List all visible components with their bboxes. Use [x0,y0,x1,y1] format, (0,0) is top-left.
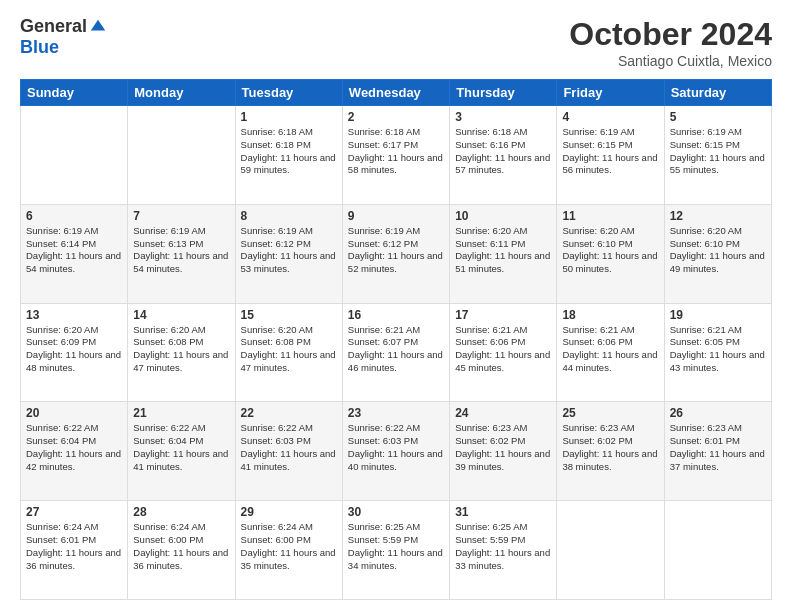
col-friday: Friday [557,80,664,106]
cell-info: Sunrise: 6:22 AM Sunset: 6:04 PM Dayligh… [133,422,229,473]
day-number: 17 [455,308,551,322]
cell-info: Sunrise: 6:23 AM Sunset: 6:02 PM Dayligh… [455,422,551,473]
header: General Blue October 2024 Santiago Cuixt… [20,16,772,69]
table-row: 5Sunrise: 6:19 AM Sunset: 6:15 PM Daylig… [664,106,771,205]
day-number: 12 [670,209,766,223]
table-row: 27Sunrise: 6:24 AM Sunset: 6:01 PM Dayli… [21,501,128,600]
table-row: 4Sunrise: 6:19 AM Sunset: 6:15 PM Daylig… [557,106,664,205]
day-number: 28 [133,505,229,519]
table-row: 12Sunrise: 6:20 AM Sunset: 6:10 PM Dayli… [664,204,771,303]
calendar-week-row: 6Sunrise: 6:19 AM Sunset: 6:14 PM Daylig… [21,204,772,303]
day-number: 31 [455,505,551,519]
table-row: 19Sunrise: 6:21 AM Sunset: 6:05 PM Dayli… [664,303,771,402]
cell-info: Sunrise: 6:20 AM Sunset: 6:10 PM Dayligh… [562,225,658,276]
table-row: 17Sunrise: 6:21 AM Sunset: 6:06 PM Dayli… [450,303,557,402]
cell-info: Sunrise: 6:23 AM Sunset: 6:02 PM Dayligh… [562,422,658,473]
col-thursday: Thursday [450,80,557,106]
month-title: October 2024 [569,16,772,53]
table-row: 15Sunrise: 6:20 AM Sunset: 6:08 PM Dayli… [235,303,342,402]
table-row: 29Sunrise: 6:24 AM Sunset: 6:00 PM Dayli… [235,501,342,600]
table-row: 26Sunrise: 6:23 AM Sunset: 6:01 PM Dayli… [664,402,771,501]
cell-info: Sunrise: 6:25 AM Sunset: 5:59 PM Dayligh… [348,521,444,572]
cell-info: Sunrise: 6:21 AM Sunset: 6:07 PM Dayligh… [348,324,444,375]
day-number: 16 [348,308,444,322]
location-subtitle: Santiago Cuixtla, Mexico [569,53,772,69]
table-row: 10Sunrise: 6:20 AM Sunset: 6:11 PM Dayli… [450,204,557,303]
day-number: 6 [26,209,122,223]
col-wednesday: Wednesday [342,80,449,106]
logo-icon [89,18,107,36]
calendar-week-row: 13Sunrise: 6:20 AM Sunset: 6:09 PM Dayli… [21,303,772,402]
day-number: 18 [562,308,658,322]
day-number: 13 [26,308,122,322]
table-row: 28Sunrise: 6:24 AM Sunset: 6:00 PM Dayli… [128,501,235,600]
table-row [128,106,235,205]
table-row: 20Sunrise: 6:22 AM Sunset: 6:04 PM Dayli… [21,402,128,501]
cell-info: Sunrise: 6:22 AM Sunset: 6:04 PM Dayligh… [26,422,122,473]
table-row [21,106,128,205]
day-number: 8 [241,209,337,223]
day-number: 5 [670,110,766,124]
cell-info: Sunrise: 6:23 AM Sunset: 6:01 PM Dayligh… [670,422,766,473]
table-row: 14Sunrise: 6:20 AM Sunset: 6:08 PM Dayli… [128,303,235,402]
col-sunday: Sunday [21,80,128,106]
day-number: 15 [241,308,337,322]
day-number: 4 [562,110,658,124]
cell-info: Sunrise: 6:19 AM Sunset: 6:12 PM Dayligh… [348,225,444,276]
table-row [557,501,664,600]
day-number: 27 [26,505,122,519]
cell-info: Sunrise: 6:20 AM Sunset: 6:09 PM Dayligh… [26,324,122,375]
day-number: 2 [348,110,444,124]
cell-info: Sunrise: 6:19 AM Sunset: 6:12 PM Dayligh… [241,225,337,276]
table-row: 31Sunrise: 6:25 AM Sunset: 5:59 PM Dayli… [450,501,557,600]
day-number: 11 [562,209,658,223]
col-saturday: Saturday [664,80,771,106]
cell-info: Sunrise: 6:19 AM Sunset: 6:15 PM Dayligh… [670,126,766,177]
day-number: 14 [133,308,229,322]
calendar-table: Sunday Monday Tuesday Wednesday Thursday… [20,79,772,600]
cell-info: Sunrise: 6:20 AM Sunset: 6:11 PM Dayligh… [455,225,551,276]
day-number: 3 [455,110,551,124]
svg-marker-0 [91,19,105,30]
col-tuesday: Tuesday [235,80,342,106]
cell-info: Sunrise: 6:22 AM Sunset: 6:03 PM Dayligh… [348,422,444,473]
table-row: 21Sunrise: 6:22 AM Sunset: 6:04 PM Dayli… [128,402,235,501]
table-row: 2Sunrise: 6:18 AM Sunset: 6:17 PM Daylig… [342,106,449,205]
cell-info: Sunrise: 6:21 AM Sunset: 6:06 PM Dayligh… [455,324,551,375]
logo: General Blue [20,16,107,58]
table-row: 11Sunrise: 6:20 AM Sunset: 6:10 PM Dayli… [557,204,664,303]
day-number: 1 [241,110,337,124]
day-number: 26 [670,406,766,420]
day-number: 19 [670,308,766,322]
logo-general-text: General [20,16,87,37]
table-row: 7Sunrise: 6:19 AM Sunset: 6:13 PM Daylig… [128,204,235,303]
table-row: 3Sunrise: 6:18 AM Sunset: 6:16 PM Daylig… [450,106,557,205]
day-number: 24 [455,406,551,420]
cell-info: Sunrise: 6:19 AM Sunset: 6:14 PM Dayligh… [26,225,122,276]
day-number: 10 [455,209,551,223]
cell-info: Sunrise: 6:24 AM Sunset: 6:01 PM Dayligh… [26,521,122,572]
cell-info: Sunrise: 6:25 AM Sunset: 5:59 PM Dayligh… [455,521,551,572]
title-section: October 2024 Santiago Cuixtla, Mexico [569,16,772,69]
cell-info: Sunrise: 6:20 AM Sunset: 6:08 PM Dayligh… [241,324,337,375]
day-number: 29 [241,505,337,519]
day-number: 7 [133,209,229,223]
calendar-week-row: 1Sunrise: 6:18 AM Sunset: 6:18 PM Daylig… [21,106,772,205]
cell-info: Sunrise: 6:19 AM Sunset: 6:15 PM Dayligh… [562,126,658,177]
table-row: 25Sunrise: 6:23 AM Sunset: 6:02 PM Dayli… [557,402,664,501]
day-number: 9 [348,209,444,223]
col-monday: Monday [128,80,235,106]
day-number: 23 [348,406,444,420]
table-row: 8Sunrise: 6:19 AM Sunset: 6:12 PM Daylig… [235,204,342,303]
table-row [664,501,771,600]
calendar-header-row: Sunday Monday Tuesday Wednesday Thursday… [21,80,772,106]
cell-info: Sunrise: 6:22 AM Sunset: 6:03 PM Dayligh… [241,422,337,473]
table-row: 13Sunrise: 6:20 AM Sunset: 6:09 PM Dayli… [21,303,128,402]
logo-blue-text: Blue [20,37,59,58]
table-row: 9Sunrise: 6:19 AM Sunset: 6:12 PM Daylig… [342,204,449,303]
table-row: 6Sunrise: 6:19 AM Sunset: 6:14 PM Daylig… [21,204,128,303]
cell-info: Sunrise: 6:18 AM Sunset: 6:18 PM Dayligh… [241,126,337,177]
cell-info: Sunrise: 6:18 AM Sunset: 6:17 PM Dayligh… [348,126,444,177]
table-row: 30Sunrise: 6:25 AM Sunset: 5:59 PM Dayli… [342,501,449,600]
table-row: 1Sunrise: 6:18 AM Sunset: 6:18 PM Daylig… [235,106,342,205]
